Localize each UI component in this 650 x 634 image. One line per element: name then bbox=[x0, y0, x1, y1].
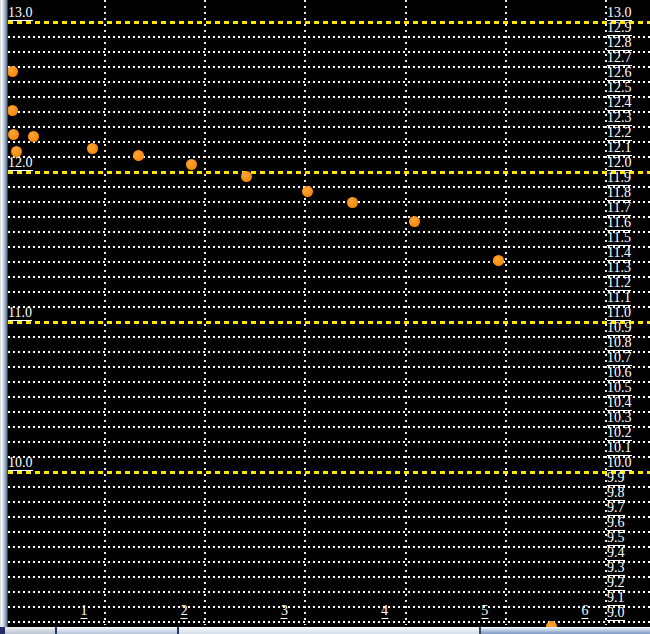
x-axis-tick: 6 bbox=[582, 604, 589, 619]
x-axis-tick: 4 bbox=[381, 604, 388, 619]
chart-window: 13.012.912.812.712.612.512.412.312.212.1… bbox=[0, 0, 650, 634]
y-axis-tick-right: 12.8 bbox=[607, 36, 632, 51]
y-axis-tick-right: 9.7 bbox=[607, 501, 625, 516]
y-axis-tick-right: 12.3 bbox=[607, 111, 632, 126]
data-point bbox=[186, 159, 197, 170]
y-axis-tick-right: 9.3 bbox=[607, 561, 625, 576]
x-axis-tick: 3 bbox=[281, 604, 288, 619]
y-axis-tick-right: 11.3 bbox=[607, 261, 631, 276]
y-axis-tick-right: 11.0 bbox=[607, 306, 631, 321]
y-axis-tick-right: 10.6 bbox=[607, 366, 632, 381]
x-axis-tick: 2 bbox=[181, 604, 188, 619]
y-axis-tick-right: 13.0 bbox=[607, 6, 632, 21]
y-axis-tick-right: 12.2 bbox=[607, 126, 632, 141]
y-axis-tick-right: 9.2 bbox=[607, 576, 625, 591]
y-axis-tick-right: 10.3 bbox=[607, 411, 632, 426]
y-axis-tick-right: 11.8 bbox=[607, 186, 631, 201]
chart-plot-area: 13.012.912.812.712.612.512.412.312.212.1… bbox=[0, 0, 650, 634]
data-point bbox=[87, 143, 98, 154]
y-axis-tick-right: 11.2 bbox=[607, 276, 631, 291]
y-axis-tick-right: 11.5 bbox=[607, 231, 631, 246]
gridline-vertical bbox=[405, 0, 407, 625]
y-axis-tick-right: 12.5 bbox=[607, 81, 632, 96]
gridline-vertical bbox=[104, 0, 106, 625]
y-axis-tick-right: 10.4 bbox=[607, 396, 632, 411]
y-axis-tick-right: 10.7 bbox=[607, 351, 632, 366]
y-axis-tick-right: 9.5 bbox=[607, 531, 625, 546]
y-axis-tick-right: 12.6 bbox=[607, 66, 632, 81]
y-axis-tick-left: 10.0 bbox=[8, 456, 33, 471]
y-axis-tick-right: 10.9 bbox=[607, 321, 632, 336]
y-axis-tick-right: 10.5 bbox=[607, 381, 632, 396]
y-axis-tick-right: 9.4 bbox=[607, 546, 625, 561]
y-axis-tick-right: 11.6 bbox=[607, 216, 631, 231]
window-edge-c[interactable] bbox=[179, 627, 479, 634]
data-point bbox=[28, 131, 39, 142]
y-axis-tick-right: 12.0 bbox=[607, 156, 632, 171]
data-point bbox=[7, 105, 18, 116]
window-left-border bbox=[0, 0, 8, 634]
y-axis-tick-left: 11.0 bbox=[8, 306, 32, 321]
background-titlebar-top[interactable] bbox=[481, 627, 650, 634]
data-point bbox=[302, 186, 313, 197]
bottom-window-edges bbox=[0, 627, 650, 634]
y-axis-tick-left: 13.0 bbox=[8, 6, 33, 21]
y-axis-tick-right: 11.9 bbox=[607, 171, 631, 186]
data-point bbox=[133, 150, 144, 161]
gridline-vertical bbox=[505, 0, 507, 625]
gridline-vertical bbox=[304, 0, 306, 625]
data-point bbox=[241, 171, 252, 182]
y-axis-tick-right: 12.9 bbox=[607, 21, 632, 36]
data-point bbox=[7, 66, 18, 77]
y-axis-tick-right: 9.1 bbox=[607, 591, 625, 606]
y-axis-tick-right: 10.1 bbox=[607, 441, 632, 456]
x-axis-tick: 5 bbox=[481, 604, 488, 619]
y-axis-tick-right: 10.0 bbox=[607, 456, 632, 471]
data-point bbox=[347, 197, 358, 208]
y-axis-tick-right: 11.1 bbox=[607, 291, 631, 306]
y-axis-tick-right: 10.2 bbox=[607, 426, 632, 441]
data-point bbox=[493, 255, 504, 266]
data-point bbox=[409, 216, 420, 227]
x-axis-tick: 1 bbox=[81, 604, 88, 619]
y-axis-tick-right: 11.4 bbox=[607, 246, 631, 261]
y-axis-tick-left: 12.0 bbox=[8, 156, 33, 171]
y-axis-tick-right: 12.1 bbox=[607, 141, 632, 156]
y-axis-tick-right: 11.7 bbox=[607, 201, 631, 216]
y-axis-tick-right: 9.6 bbox=[607, 516, 625, 531]
y-axis-tick-right: 9.0 bbox=[607, 606, 625, 621]
y-axis-tick-right: 12.7 bbox=[607, 51, 632, 66]
y-axis-tick-right: 9.8 bbox=[607, 486, 625, 501]
gridline-vertical bbox=[204, 0, 206, 625]
y-axis-tick-right: 9.9 bbox=[607, 471, 625, 486]
window-edge-b[interactable] bbox=[57, 627, 177, 634]
data-point bbox=[8, 129, 19, 140]
y-axis-tick-right: 10.8 bbox=[607, 336, 632, 351]
window-edge-a[interactable] bbox=[5, 627, 55, 634]
y-axis-tick-right: 12.4 bbox=[607, 96, 632, 111]
